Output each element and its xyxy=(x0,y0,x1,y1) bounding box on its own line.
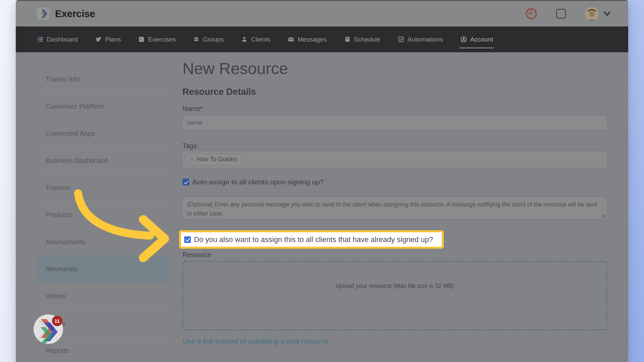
tag-remove-icon[interactable]: × xyxy=(191,157,194,163)
nav-groups[interactable]: Groups xyxy=(193,34,224,45)
use-link-instead[interactable]: Use a link instead of uploading a new re… xyxy=(182,337,328,345)
nav-label: Clients xyxy=(251,36,270,43)
brand-logo-icon xyxy=(37,7,50,20)
resource-upload-dropzone[interactable]: Upload your resource (Max file size is 3… xyxy=(182,261,607,330)
nav-automations[interactable]: Automations xyxy=(398,34,443,45)
auto-assign-label: Auto-assign to all clients upon signing … xyxy=(192,178,324,186)
page-title: New Resource xyxy=(182,59,607,78)
nav-label: Plans xyxy=(105,36,121,43)
nav-label: Account xyxy=(470,36,493,43)
user-circle-icon xyxy=(461,36,467,43)
tags-label: Tags: xyxy=(182,142,607,150)
sidebar-item-trainer-info[interactable]: Trainer Info xyxy=(36,65,169,93)
auto-assign-checkbox[interactable] xyxy=(182,179,189,185)
sidebar-item-assessments[interactable]: Assessments xyxy=(36,228,169,255)
phone-square-icon xyxy=(138,36,145,43)
nav-label: Dashboard xyxy=(47,36,78,43)
user-icon xyxy=(241,36,248,43)
upload-hint: Upload your resource (Max file size is 3… xyxy=(335,283,454,289)
envelope-icon xyxy=(288,36,294,43)
sidebar-item-business-dashboard[interactable]: Business Dashboard xyxy=(36,147,169,174)
personal-message-wrap xyxy=(182,196,607,220)
tags-input[interactable]: × How To Guides xyxy=(182,150,607,168)
assign-existing-label: Do you also want to assign this to all c… xyxy=(194,235,433,244)
tutorial-screenshot-frame: Exercise xyxy=(0,0,644,362)
highlight-box: Do you also want to assign this to all c… xyxy=(179,230,444,249)
nav-account[interactable]: Account xyxy=(461,34,493,45)
check-square-icon xyxy=(398,36,404,43)
brand-logo[interactable]: Exercise xyxy=(37,7,95,20)
tag-label: How To Guides xyxy=(196,156,237,163)
brand-name: Exercise xyxy=(55,8,95,19)
section-title: Resource Details xyxy=(182,86,607,97)
nav-dashboard[interactable]: Dashboard xyxy=(37,34,78,45)
app-header: Exercise xyxy=(16,1,628,26)
users-icon xyxy=(193,36,200,43)
sidebar-item-connected-apps[interactable]: Connected Apps xyxy=(36,120,169,147)
sidebar-item-trainers[interactable]: Trainers xyxy=(36,174,169,201)
list-icon xyxy=(37,36,43,43)
nav-label: Exercises xyxy=(148,36,175,43)
main-nav: Dashboard Plans Exercises Groups Clients… xyxy=(16,26,628,52)
app-window: Exercise xyxy=(16,0,628,362)
nav-schedule[interactable]: Schedule xyxy=(344,34,380,45)
nav-clients[interactable]: Clients xyxy=(241,34,270,45)
sidebar-item-resources[interactable]: Resources xyxy=(36,255,169,283)
page-body: Trainer Info Customize Platform Connecte… xyxy=(16,52,628,362)
history-clock-icon[interactable] xyxy=(525,8,537,20)
name-input[interactable] xyxy=(182,116,607,130)
user-avatar[interactable] xyxy=(585,7,599,21)
tag-pill: × How To Guides xyxy=(186,154,242,166)
nav-messages[interactable]: Messages xyxy=(288,34,327,45)
resource-label: Resource xyxy=(182,251,607,259)
nav-label: Schedule xyxy=(354,36,380,43)
book-icon xyxy=(344,36,351,43)
personal-message-textarea[interactable] xyxy=(182,196,607,220)
twitter-bird-icon xyxy=(95,36,102,43)
header-actions xyxy=(525,7,611,21)
new-resource-form: New Resource Resource Details Name* Tags… xyxy=(169,52,628,362)
link-row: Use a link instead of uploading a new re… xyxy=(182,337,607,345)
nav-exercises[interactable]: Exercises xyxy=(138,34,175,45)
sidebar-item-videos[interactable]: Videos xyxy=(36,283,169,310)
floating-brand-widget[interactable]: 11 xyxy=(34,314,63,344)
checkbox-outline-icon[interactable] xyxy=(556,9,566,19)
nav-plans[interactable]: Plans xyxy=(95,34,121,45)
sidebar-item-products[interactable]: Products xyxy=(36,201,169,228)
auto-assign-row: Auto-assign to all clients upon signing … xyxy=(182,178,607,186)
nav-label: Groups xyxy=(203,36,224,43)
assign-existing-checkbox[interactable] xyxy=(184,236,191,243)
sidebar-item-customize-platform[interactable]: Customize Platform xyxy=(36,93,169,120)
nav-label: Messages xyxy=(298,36,327,43)
chevron-down-icon[interactable] xyxy=(603,11,611,17)
name-label: Name* xyxy=(182,105,607,113)
nav-label: Automations xyxy=(408,36,443,43)
notification-badge: 11 xyxy=(52,316,62,326)
